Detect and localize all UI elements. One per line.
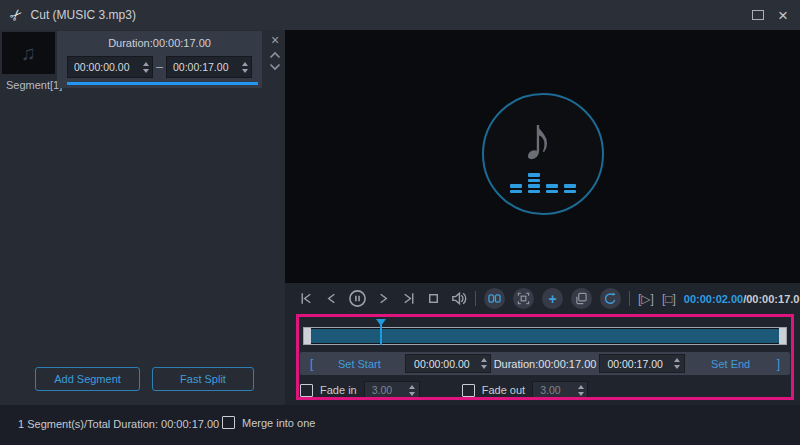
fade-in-input[interactable]: 3.00 <box>364 381 420 400</box>
close-bracket-icon: ] <box>777 357 780 371</box>
timeline-slider[interactable] <box>303 327 787 345</box>
close-button[interactable]: × <box>778 7 788 24</box>
skip-to-start-icon[interactable] <box>298 290 315 307</box>
window-title: Cut (MUSIC 3.mp3) <box>31 8 136 22</box>
fade-in-stepper[interactable] <box>406 385 419 396</box>
add-segment-button[interactable]: Add Segment <box>35 367 140 391</box>
copy-segment-button[interactable] <box>571 288 592 309</box>
fade-out-checkbox[interactable] <box>462 384 475 397</box>
trim-end-handle[interactable] <box>779 328 786 344</box>
add-button[interactable]: + <box>542 288 563 309</box>
stop-clip-icon[interactable]: [□] <box>662 292 676 306</box>
range-separator: – <box>153 60 166 74</box>
fade-out-input[interactable]: 3.00 <box>532 381 588 400</box>
transport-bar: + [▷] [□] 00:00:02.00/00:00:17.00 <box>285 283 800 314</box>
segment-card: Duration:00:00:17.00 00:00:00.00 – 00:00… <box>57 31 262 88</box>
trim-end-stepper[interactable] <box>671 358 684 369</box>
segment-label: Segment[1] <box>6 79 62 91</box>
toolbar-separator <box>629 291 630 306</box>
stop-icon[interactable] <box>425 290 442 307</box>
set-start-button[interactable]: Set Start <box>313 358 405 370</box>
current-time: 00:00:02.00 <box>684 293 743 305</box>
fast-split-button[interactable]: Fast Split <box>152 367 254 391</box>
maximize-button[interactable] <box>752 10 764 20</box>
move-up-icon[interactable] <box>269 51 281 59</box>
trim-start-input[interactable]: 00:00:00.00 <box>405 354 491 373</box>
move-down-icon[interactable] <box>269 63 281 71</box>
fade-in-value: 3.00 <box>372 384 406 396</box>
segment-end-value: 00:00:17.00 <box>167 61 238 73</box>
delete-segment-icon[interactable]: × <box>271 33 279 47</box>
audio-placeholder-circle: ♪ <box>482 93 604 215</box>
fade-in-label: Fade in <box>320 384 357 396</box>
segment-thumbnail[interactable]: ♫ <box>2 32 55 74</box>
total-time: /00:00:17.00 <box>743 293 800 305</box>
trim-end-input[interactable]: 00:00:17.00 <box>599 354 685 373</box>
audio-preview-area: ♪ <box>285 30 800 283</box>
fade-in-checkbox[interactable] <box>300 384 313 397</box>
segment-duration: Duration:00:00:17.00 <box>57 37 262 49</box>
fade-out-value: 3.00 <box>540 384 574 396</box>
segment-summary: 1 Segment(s)/Total Duration: 00:00:17.00 <box>18 418 219 430</box>
eighth-note-icon: ♪ <box>522 103 553 174</box>
toolbar-separator <box>475 291 476 306</box>
title-bar: ✂ Cut (MUSIC 3.mp3) × <box>0 0 800 30</box>
segment-progress-bar <box>67 82 258 85</box>
music-note-icon: ♫ <box>21 42 36 65</box>
skip-to-end-icon[interactable] <box>400 290 417 307</box>
segment-start-stepper[interactable] <box>139 62 152 73</box>
trim-start-handle[interactable] <box>304 328 311 344</box>
segment-panel: ♫ Segment[1] Duration:00:00:17.00 00:00:… <box>0 30 285 405</box>
cut-dialog-window: ✂ Cut (MUSIC 3.mp3) × ♫ Segment[1] Durat… <box>0 0 800 445</box>
step-back-icon[interactable] <box>323 290 340 307</box>
fade-out-stepper[interactable] <box>574 385 587 396</box>
crop-button[interactable] <box>513 288 534 309</box>
trim-duration-label: Duration:00:00:17.00 <box>491 358 598 370</box>
split-segment-button[interactable] <box>484 288 505 309</box>
playback-controls-strip: + [▷] [□] 00:00:02.00/00:00:17.00 <box>285 283 800 405</box>
time-display: 00:00:02.00/00:00:17.00 <box>684 293 800 305</box>
reset-button[interactable] <box>600 288 621 309</box>
plus-icon: + <box>548 292 556 306</box>
equalizer-bars-icon <box>484 173 602 193</box>
scissors-icon: ✂ <box>5 4 27 26</box>
trim-start-stepper[interactable] <box>477 358 490 369</box>
volume-icon[interactable] <box>450 290 467 307</box>
play-clip-icon[interactable]: [▷] <box>638 292 654 306</box>
pause-button-icon[interactable] <box>348 289 367 308</box>
footer-bar: 1 Segment(s)/Total Duration: 00:00:17.00… <box>0 405 800 445</box>
segment-start-input[interactable]: 00:00:00.00 <box>67 56 153 78</box>
segment-end-stepper[interactable] <box>238 62 251 73</box>
fade-out-label: Fade out <box>482 384 525 396</box>
merge-into-one-label: Merge into one <box>242 417 315 429</box>
merge-into-one-checkbox[interactable] <box>222 416 235 429</box>
segment-start-value: 00:00:00.00 <box>68 61 139 73</box>
trim-start-value: 00:00:00.00 <box>406 358 477 370</box>
step-forward-icon[interactable] <box>375 290 392 307</box>
fade-controls-row: Fade in 3.00 Fade out 3.00 <box>300 380 588 400</box>
playhead-line <box>380 325 382 345</box>
trim-end-value: 00:00:17.00 <box>600 358 671 370</box>
trim-settings-row: [ Set Start 00:00:00.00 Duration:00:00:1… <box>300 352 790 375</box>
segment-end-input[interactable]: 00:00:17.00 <box>166 56 252 78</box>
set-end-button[interactable]: Set End <box>685 358 777 370</box>
